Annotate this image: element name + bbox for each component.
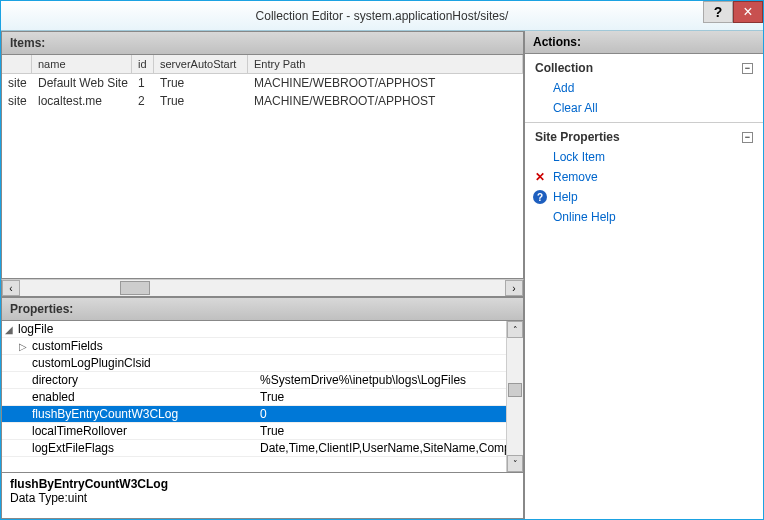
property-row[interactable]: localTimeRolloverTrue	[2, 423, 506, 440]
help-icon: ?	[533, 190, 547, 204]
scroll-left-icon[interactable]: ‹	[2, 280, 20, 296]
property-name: customLogPluginClsid	[30, 356, 256, 370]
group-title: Site Properties	[535, 130, 620, 144]
property-row[interactable]: directory%SystemDrive%\inetpub\logs\LogF…	[2, 372, 506, 389]
collapse-icon[interactable]: ◢	[2, 324, 16, 335]
cell-name: localtest.me	[32, 92, 132, 110]
table-row[interactable]: sitelocaltest.me2TrueMACHINE/WEBROOT/APP…	[2, 92, 523, 110]
property-row[interactable]: flushByEntryCountW3CLog0	[2, 406, 506, 423]
collapse-icon[interactable]: −	[742, 132, 753, 143]
group-title: Collection	[535, 61, 593, 75]
cell-entrypath: MACHINE/WEBROOT/APPHOST	[248, 74, 523, 92]
window-title: Collection Editor - system.applicationHo…	[1, 9, 763, 23]
action-label: Help	[553, 190, 578, 204]
items-grid[interactable]: name id serverAutoStart Entry Path siteD…	[1, 55, 524, 279]
col-header-id[interactable]: id	[132, 55, 154, 73]
properties-header: Properties:	[1, 297, 524, 321]
property-name: flushByEntryCountW3CLog	[30, 407, 256, 421]
property-value[interactable]: 0	[256, 407, 506, 421]
property-root[interactable]: ◢ logFile	[2, 321, 506, 338]
help-button[interactable]: ?	[703, 1, 733, 23]
action-help[interactable]: ?Help	[525, 187, 763, 207]
property-value[interactable]: True	[256, 390, 506, 404]
property-value[interactable]: Date,Time,ClientIP,UserName,SiteName,Com…	[256, 441, 506, 455]
description-title: flushByEntryCountW3CLog	[10, 477, 515, 491]
cell-name: Default Web Site	[32, 74, 132, 92]
col-header-entrypath[interactable]: Entry Path	[248, 55, 523, 73]
cell-id: 2	[132, 92, 154, 110]
scroll-right-icon[interactable]: ›	[505, 280, 523, 296]
description-type: Data Type:uint	[10, 491, 515, 505]
property-value[interactable]: %SystemDrive%\inetpub\logs\LogFiles	[256, 373, 506, 387]
action-lock-item[interactable]: Lock Item	[525, 147, 763, 167]
items-header: Items:	[1, 31, 524, 55]
close-button[interactable]: ×	[733, 1, 763, 23]
property-row[interactable]: ▷customFields	[2, 338, 506, 355]
x-icon: ✕	[533, 170, 547, 184]
cell-serverautostart: True	[154, 74, 248, 92]
cell-type: site	[2, 74, 32, 92]
action-group-collection: Collection − AddClear All	[525, 58, 763, 123]
property-name: directory	[30, 373, 256, 387]
property-name: localTimeRollover	[30, 424, 256, 438]
property-row[interactable]: logExtFileFlagsDate,Time,ClientIP,UserNa…	[2, 440, 506, 457]
scroll-up-icon[interactable]: ˄	[507, 321, 523, 338]
scroll-thumb[interactable]	[508, 383, 522, 397]
properties-vscrollbar[interactable]: ˄ ˅	[506, 321, 523, 472]
action-online-help[interactable]: Online Help	[525, 207, 763, 227]
action-label: Lock Item	[553, 150, 605, 164]
items-hscrollbar[interactable]: ‹ ›	[1, 279, 524, 297]
cell-serverautostart: True	[154, 92, 248, 110]
action-label: Online Help	[553, 210, 616, 224]
titlebar: Collection Editor - system.applicationHo…	[1, 1, 763, 31]
properties-grid[interactable]: ◢ logFile ▷customFieldscustomLogPluginCl…	[1, 321, 524, 473]
col-header-name[interactable]: name	[32, 55, 132, 73]
property-name: logExtFileFlags	[30, 441, 256, 455]
collapse-icon[interactable]: −	[742, 63, 753, 74]
property-name: logFile	[16, 322, 256, 336]
cell-type: site	[2, 92, 32, 110]
scroll-down-icon[interactable]: ˅	[507, 455, 523, 472]
property-name: customFields	[30, 339, 256, 353]
grid-header-row: name id serverAutoStart Entry Path	[2, 55, 523, 74]
actions-header: Actions:	[525, 31, 763, 54]
property-value[interactable]: True	[256, 424, 506, 438]
action-add[interactable]: Add	[525, 78, 763, 98]
action-clear-all[interactable]: Clear All	[525, 98, 763, 118]
col-header-type[interactable]	[2, 55, 32, 73]
property-row[interactable]: enabledTrue	[2, 389, 506, 406]
table-row[interactable]: siteDefault Web Site1TrueMACHINE/WEBROOT…	[2, 74, 523, 92]
description-panel: flushByEntryCountW3CLog Data Type:uint	[1, 473, 524, 519]
cell-entrypath: MACHINE/WEBROOT/APPHOST	[248, 92, 523, 110]
cell-id: 1	[132, 74, 154, 92]
property-row[interactable]: customLogPluginClsid	[2, 355, 506, 372]
action-label: Remove	[553, 170, 598, 184]
property-name: enabled	[30, 390, 256, 404]
action-remove[interactable]: ✕Remove	[525, 167, 763, 187]
scroll-thumb[interactable]	[120, 281, 150, 295]
col-header-serverautostart[interactable]: serverAutoStart	[154, 55, 248, 73]
action-group-siteprops: Site Properties − Lock Item✕Remove?HelpO…	[525, 127, 763, 231]
expand-icon[interactable]: ▷	[16, 341, 30, 352]
